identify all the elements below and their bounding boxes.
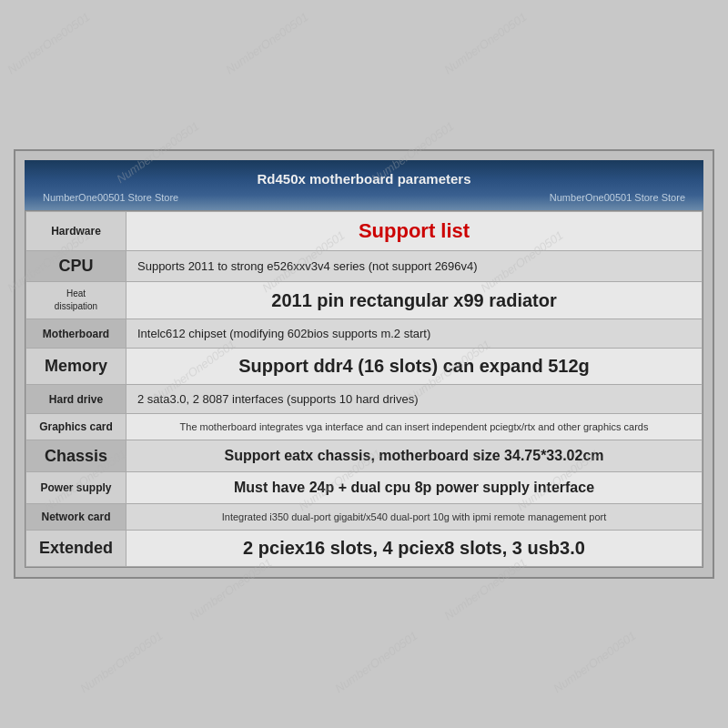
label-cell: CPU xyxy=(26,251,126,282)
value-cell: 2011 pin rectangular x99 radiator xyxy=(126,282,703,319)
value-cell: Support ddr4 (16 slots) can expand 512g xyxy=(126,349,703,385)
table-row: MemorySupport ddr4 (16 slots) can expand… xyxy=(26,349,703,385)
label-cell: Heatdissipation xyxy=(26,282,126,319)
header: Rd450x motherboard parameters NumberOne0… xyxy=(25,160,703,210)
label-cell: Hardware xyxy=(26,212,126,251)
value-cell: Support eatx chassis, motherboard size 3… xyxy=(126,440,703,472)
table-row: Graphics cardThe motherboard integrates … xyxy=(26,414,703,440)
spec-table: HardwareSupport listCPUSupports 2011 to … xyxy=(25,211,703,567)
label-cell: Power supply xyxy=(26,472,126,504)
value-cell: 2 pciex16 slots, 4 pciex8 slots, 3 usb3.… xyxy=(126,531,703,567)
label-cell: Chassis xyxy=(26,440,126,472)
table-row: CPUSupports 2011 to strong e526xxv3v4 se… xyxy=(26,251,703,282)
table-row: Extended2 pciex16 slots, 4 pciex8 slots,… xyxy=(26,531,703,567)
spec-table-container: HardwareSupport listCPUSupports 2011 to … xyxy=(25,210,703,568)
value-cell: Support list xyxy=(126,212,703,251)
value-cell: Must have 24p + dual cpu 8p power supply… xyxy=(126,472,703,504)
table-row: Network cardIntegrated i350 dual-port gi… xyxy=(26,504,703,531)
label-cell: Extended xyxy=(26,531,126,567)
header-store-row: NumberOne00501 Store Store NumberOne0050… xyxy=(43,192,685,203)
value-cell: Integrated i350 dual-port gigabit/x540 d… xyxy=(126,504,703,531)
table-row: Heatdissipation2011 pin rectangular x99 … xyxy=(26,282,703,319)
value-cell: Intelc612 chipset (modifying 602bios sup… xyxy=(126,319,703,349)
main-container: Rd450x motherboard parameters NumberOne0… xyxy=(14,149,714,579)
store-left: NumberOne00501 Store Store xyxy=(43,192,178,203)
header-title: Rd450x motherboard parameters xyxy=(43,171,685,187)
table-row: Hard drive2 sata3.0, 2 8087 interfaces (… xyxy=(26,385,703,414)
value-cell: Supports 2011 to strong e526xxv3v4 serie… xyxy=(126,251,703,282)
label-cell: Hard drive xyxy=(26,385,126,414)
value-cell: 2 sata3.0, 2 8087 interfaces (supports 1… xyxy=(126,385,703,414)
store-right: NumberOne00501 Store Store xyxy=(550,192,685,203)
table-row: MotherboardIntelc612 chipset (modifying … xyxy=(26,319,703,349)
table-row: ChassisSupport eatx chassis, motherboard… xyxy=(26,440,703,472)
value-cell: The motherboard integrates vga interface… xyxy=(126,414,703,440)
table-row: HardwareSupport list xyxy=(26,212,703,251)
table-row: Power supplyMust have 24p + dual cpu 8p … xyxy=(26,472,703,504)
label-cell: Motherboard xyxy=(26,319,126,349)
label-cell: Memory xyxy=(26,349,126,385)
label-cell: Network card xyxy=(26,504,126,531)
label-cell: Graphics card xyxy=(26,414,126,440)
